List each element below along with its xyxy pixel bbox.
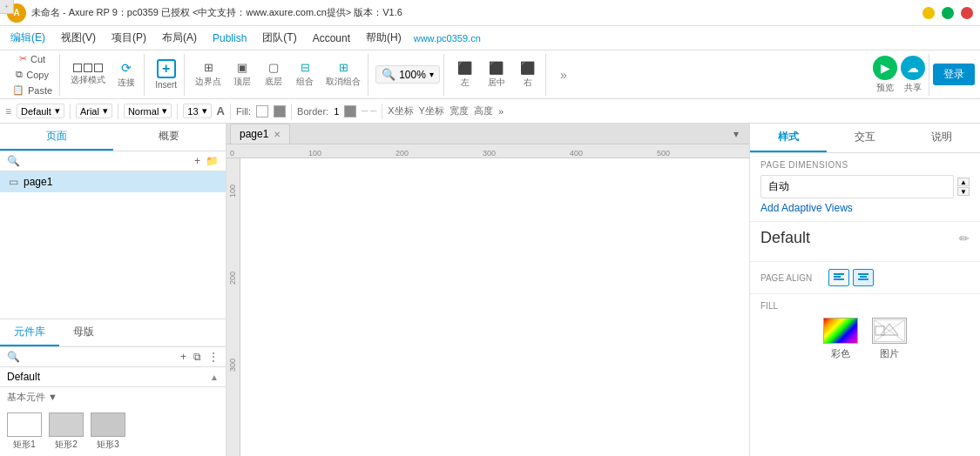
canvas-tab-arrow[interactable]: ▾ [727, 124, 746, 144]
style-select[interactable]: Default▾ [17, 104, 64, 118]
more-button[interactable]: » [550, 66, 578, 84]
lib-item-rect1[interactable]: 矩形1 [7, 412, 42, 451]
svg-rect-2 [834, 278, 844, 280]
tab-close-icon[interactable]: ✕ [274, 130, 280, 139]
align-center-btn[interactable] [853, 269, 874, 286]
arrange-section: ⊞ 边界点 ▣ 顶层 ▢ 底层 ⊟ 组合 ⊞ 取消组合 [188, 54, 368, 96]
fill-options: 彩色 图片 [760, 318, 970, 360]
page-item-page1[interactable]: ▭ page1 [0, 171, 226, 192]
watermark: www.pc0359.cn [414, 33, 481, 44]
fill-color-box [823, 318, 858, 344]
align-center-button[interactable]: ⬛ 居中 [483, 59, 510, 91]
menu-team[interactable]: 团队(T) [255, 28, 303, 48]
share-button[interactable]: ☁ 共享 [901, 56, 925, 94]
align-section: ⬛ 左 ⬛ 居中 ⬛ 右 [448, 54, 546, 96]
lib-item-rect2[interactable]: 矩形2 [49, 412, 84, 451]
tab-library[interactable]: 元件库 [0, 319, 59, 346]
copy-button[interactable]: ⧉ Copy [9, 67, 56, 82]
fill-image-box [872, 318, 907, 344]
default-header: Default ✏ [760, 229, 970, 247]
bottom-layer-button[interactable]: ▢ 底层 [260, 59, 287, 90]
library-search-input[interactable] [24, 352, 177, 362]
add-adaptive-views-link[interactable]: Add Adaptive Views [760, 202, 853, 214]
svg-rect-0 [834, 273, 844, 275]
title-left: A 未命名 - Axure RP 9：pc0359 已授权 <中文支持：www.… [7, 3, 402, 23]
group-button[interactable]: ⊟ 组合 [291, 59, 319, 90]
lib-add-icon[interactable]: + [180, 351, 186, 363]
menu-layout[interactable]: 布局(A) [155, 28, 204, 48]
horizontal-ruler: 0 100 200 300 400 500 [226, 144, 749, 158]
library-section: 元件库 母版 🔍 + ⧉ ⋮ Default ▲ 基本元件 ▼ [0, 319, 226, 456]
select-mode-button[interactable]: 选择模式 [67, 62, 109, 88]
right-panel: 样式 交互 说明 PAGE DIMENSIONS 自动 ▲ ▼ Add Adap… [749, 124, 980, 456]
library-search-row: 🔍 + ⧉ ⋮ [0, 347, 226, 367]
tab-style[interactable]: 样式 [750, 124, 827, 152]
lib-copy-icon[interactable]: ⧉ [193, 351, 201, 363]
preview-button[interactable]: ▶ 预览 [873, 56, 897, 94]
login-button[interactable]: 登录 [933, 64, 975, 85]
ruler-mark-400: 400 [570, 149, 583, 158]
canvas-tab-page1[interactable]: page1 ✕ [230, 124, 290, 144]
align-right-button[interactable]: ⬛ 右 [514, 59, 542, 91]
fill-label: FILL [760, 301, 970, 311]
format-more[interactable]: » [498, 106, 504, 117]
font-select[interactable]: Arial▾ [76, 104, 112, 118]
page-file-icon: ▭ [9, 176, 18, 188]
lib-item-rect2-preview [49, 412, 84, 437]
cut-button[interactable]: ✂ Cut [9, 51, 56, 66]
border-color[interactable] [344, 105, 356, 117]
lib-item-rect3-preview [91, 412, 125, 437]
tab-interaction[interactable]: 交互 [827, 124, 903, 152]
tab-notes[interactable]: 说明 [903, 124, 980, 152]
dim-up-arrow[interactable]: ▲ [957, 178, 970, 186]
tab-pages[interactable]: 页面 [0, 124, 113, 151]
canvas-main[interactable] [240, 158, 749, 456]
lib-item-rect3-label: 矩形3 [97, 439, 119, 451]
close-button[interactable] [961, 7, 973, 19]
fill-color2[interactable] [274, 105, 286, 117]
zoom-control[interactable]: 🔍 100% ▾ [375, 65, 440, 84]
align-left-btn[interactable] [828, 269, 849, 286]
tab-outline[interactable]: 概要 [113, 124, 226, 151]
menu-account[interactable]: Account [306, 30, 357, 47]
insert-button[interactable]: + Insert [152, 57, 180, 91]
menu-help[interactable]: 帮助(H) [359, 28, 409, 48]
paste-button[interactable]: 📋 Paste [9, 83, 56, 97]
fill-image-label: 图片 [880, 347, 899, 360]
default-edit-icon[interactable]: ✏ [959, 231, 970, 245]
add-page-icon[interactable]: + [194, 155, 200, 167]
menu-publish[interactable]: Publish [206, 30, 253, 47]
library-actions: + ⧉ ⋮ [180, 351, 219, 363]
text-label: A [217, 104, 225, 117]
minimize-button[interactable] [923, 7, 935, 19]
default-title: Default [760, 229, 810, 247]
folder-icon[interactable]: 📁 [206, 155, 219, 167]
dim-down-arrow[interactable]: ▼ [957, 187, 970, 196]
ruler-row: + 0 100 200 300 400 500 [226, 144, 749, 158]
fill-image-option[interactable]: 图片 [872, 318, 907, 360]
maximize-button[interactable] [942, 7, 954, 19]
lib-menu-icon[interactable]: ⋮ [208, 351, 219, 363]
fill-color-option[interactable]: 彩色 [823, 318, 858, 360]
library-select-value: Default [7, 371, 210, 383]
ungroup-button[interactable]: ⊞ 取消组合 [322, 59, 364, 90]
svg-rect-3 [858, 273, 868, 275]
lib-item-rect3[interactable]: 矩形3 [91, 412, 125, 451]
connect-button[interactable]: ⟳ 连接 [112, 59, 140, 91]
title-controls [923, 7, 973, 19]
page-dim-select[interactable]: 自动 [760, 175, 954, 198]
fill-color1[interactable] [256, 105, 268, 117]
fill-label: Fill: [236, 106, 251, 117]
menu-view[interactable]: 视图(V) [54, 28, 103, 48]
weight-select[interactable]: Normal▾ [124, 104, 172, 118]
page-search-input[interactable] [24, 156, 191, 166]
page-dimensions-section: PAGE DIMENSIONS 自动 ▲ ▼ Add Adaptive View… [750, 153, 980, 222]
align-left-button[interactable]: ⬛ 左 [451, 59, 479, 91]
top-layer-button[interactable]: ▣ 顶层 [228, 59, 256, 90]
menu-project[interactable]: 项目(P) [105, 28, 153, 48]
tab-masters[interactable]: 母版 [59, 319, 108, 346]
border-button[interactable]: ⊞ 边界点 [192, 59, 225, 90]
size-select[interactable]: 13▾ [183, 104, 211, 118]
canvas-white-area[interactable] [240, 158, 749, 456]
menu-file[interactable]: 编辑(E) [3, 28, 52, 48]
